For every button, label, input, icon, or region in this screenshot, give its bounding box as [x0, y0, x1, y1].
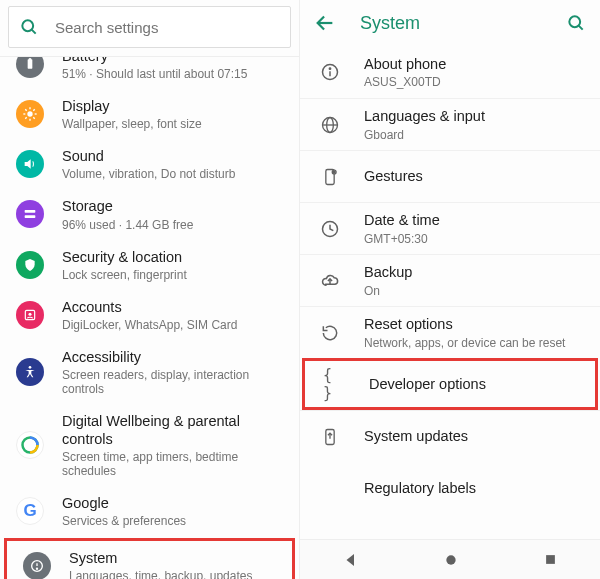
- row-sub: Languages, time, backup, updates: [69, 569, 252, 579]
- search-placeholder: Search settings: [55, 19, 158, 36]
- row-sub: 51% · Should last until about 07:15: [62, 67, 247, 81]
- system-item-datetime[interactable]: Date & time GMT+05:30: [300, 202, 600, 254]
- settings-list: Battery 51% · Should last until about 07…: [0, 57, 299, 579]
- sound-icon: [16, 150, 44, 178]
- battery-icon: [16, 57, 44, 78]
- settings-item-accessibility[interactable]: Accessibility Screen readers, display, i…: [0, 340, 299, 404]
- svg-point-27: [329, 68, 330, 69]
- row-title: Security & location: [62, 248, 187, 266]
- svg-rect-13: [25, 210, 36, 213]
- row-sub: Gboard: [364, 128, 485, 142]
- svg-line-10: [33, 118, 34, 119]
- accounts-icon: [16, 301, 44, 329]
- row-title: Regulatory labels: [364, 479, 476, 497]
- svg-point-16: [28, 312, 31, 315]
- svg-rect-38: [546, 555, 555, 564]
- nav-recents-button[interactable]: [543, 552, 558, 567]
- security-icon: [16, 251, 44, 279]
- back-button[interactable]: [314, 12, 336, 34]
- row-title: Display: [62, 97, 202, 115]
- settings-item-storage[interactable]: Storage 96% used · 1.44 GB free: [0, 189, 299, 239]
- page-title: System: [360, 13, 566, 34]
- nav-back-button[interactable]: [342, 551, 360, 569]
- svg-line-11: [25, 118, 26, 119]
- svg-point-17: [29, 366, 32, 369]
- settings-item-battery[interactable]: Battery 51% · Should last until about 07…: [0, 57, 299, 89]
- braces-icon: { }: [323, 372, 347, 396]
- accessibility-icon: [16, 358, 44, 386]
- row-title: Accounts: [62, 298, 237, 316]
- system-header: System: [300, 0, 600, 46]
- settings-main-pane: Search settings Battery 51% · Should las…: [0, 0, 300, 579]
- row-title: Developer options: [369, 375, 486, 393]
- row-sub: 96% used · 1.44 GB free: [62, 218, 193, 232]
- system-item-developer-options[interactable]: { } Developer options: [302, 358, 598, 410]
- info-icon: [318, 60, 342, 84]
- row-title: About phone: [364, 55, 446, 73]
- row-sub: On: [364, 284, 412, 298]
- row-title: Gestures: [364, 167, 423, 185]
- settings-item-security[interactable]: Security & location Lock screen, fingerp…: [0, 240, 299, 290]
- display-icon: [16, 100, 44, 128]
- system-item-updates[interactable]: System updates: [300, 410, 600, 462]
- row-sub: Volume, vibration, Do not disturb: [62, 167, 235, 181]
- nav-home-button[interactable]: [443, 552, 459, 568]
- gestures-icon: [318, 165, 342, 189]
- storage-icon: [16, 200, 44, 228]
- system-item-about-phone[interactable]: About phone ASUS_X00TD: [300, 46, 600, 98]
- clock-icon: [318, 217, 342, 241]
- row-title: Backup: [364, 263, 412, 281]
- svg-line-9: [25, 109, 26, 110]
- cloud-icon: [318, 269, 342, 293]
- wellbeing-icon: [16, 431, 44, 459]
- system-icon: [23, 552, 51, 579]
- svg-rect-2: [28, 59, 33, 68]
- system-item-reset[interactable]: Reset options Network, apps, or device c…: [300, 306, 600, 358]
- row-title: Battery: [62, 57, 247, 65]
- row-sub: DigiLocker, WhatsApp, SIM Card: [62, 318, 237, 332]
- svg-point-23: [569, 16, 580, 27]
- search-button[interactable]: [566, 13, 586, 33]
- settings-item-google[interactable]: G Google Services & preferences: [0, 486, 299, 536]
- row-title: Reset options: [364, 315, 565, 333]
- row-title: System updates: [364, 427, 468, 445]
- settings-item-accounts[interactable]: Accounts DigiLocker, WhatsApp, SIM Card: [0, 290, 299, 340]
- settings-item-wellbeing[interactable]: Digital Wellbeing & parental controls Sc…: [0, 404, 299, 486]
- svg-point-0: [22, 20, 33, 31]
- row-sub: ASUS_X00TD: [364, 75, 446, 89]
- row-sub: Wallpaper, sleep, font size: [62, 117, 202, 131]
- globe-icon: [318, 113, 342, 137]
- system-pane: System About phone ASUS_X00TD Languages …: [300, 0, 600, 579]
- row-title: Google: [62, 494, 186, 512]
- settings-item-system[interactable]: System Languages, time, backup, updates: [4, 538, 295, 579]
- svg-rect-14: [25, 216, 36, 219]
- row-title: Storage: [62, 197, 193, 215]
- system-list: About phone ASUS_X00TD Languages & input…: [300, 46, 600, 539]
- row-sub: Services & preferences: [62, 514, 186, 528]
- system-item-backup[interactable]: Backup On: [300, 254, 600, 306]
- row-sub: Screen time, app timers, bedtime schedul…: [62, 450, 285, 478]
- row-sub: Lock screen, fingerprint: [62, 268, 187, 282]
- row-title: Date & time: [364, 211, 440, 229]
- svg-line-12: [33, 109, 34, 110]
- row-sub: GMT+05:30: [364, 232, 440, 246]
- svg-point-4: [27, 112, 32, 117]
- system-item-regulatory[interactable]: Regulatory labels: [300, 462, 600, 514]
- svg-point-21: [36, 568, 37, 569]
- row-title: Sound: [62, 147, 235, 165]
- blank-icon: [318, 476, 342, 500]
- android-nav-bar: [300, 539, 600, 579]
- system-item-languages[interactable]: Languages & input Gboard: [300, 98, 600, 150]
- settings-item-display[interactable]: Display Wallpaper, sleep, font size: [0, 89, 299, 139]
- settings-item-sound[interactable]: Sound Volume, vibration, Do not disturb: [0, 139, 299, 189]
- search-settings-bar[interactable]: Search settings: [8, 6, 291, 48]
- search-icon: [19, 17, 39, 37]
- svg-point-37: [447, 555, 456, 564]
- system-item-gestures[interactable]: Gestures: [300, 150, 600, 202]
- svg-line-1: [32, 30, 36, 34]
- svg-rect-3: [29, 58, 31, 60]
- row-title: Languages & input: [364, 107, 485, 125]
- row-title: Digital Wellbeing & parental controls: [62, 412, 285, 448]
- row-title: Accessibility: [62, 348, 285, 366]
- svg-line-24: [579, 26, 583, 30]
